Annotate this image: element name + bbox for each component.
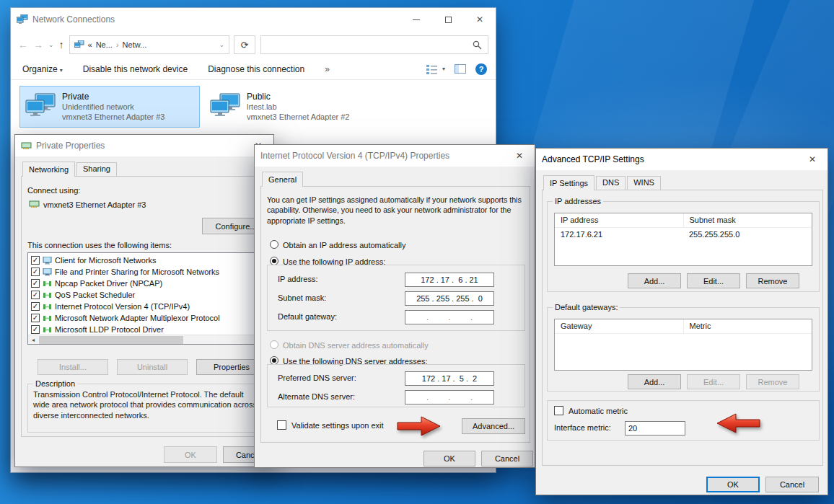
ip-edit-button[interactable]: Edit... bbox=[687, 273, 740, 288]
history-chevron-icon[interactable]: ⌄ bbox=[48, 41, 54, 48]
item-checkbox[interactable]: ✓ bbox=[31, 279, 40, 288]
preferred-dns-field[interactable]: 172 . 17 . 5 . 2 bbox=[405, 371, 494, 386]
list-item[interactable]: ✓ Client for Microsoft Networks bbox=[30, 255, 262, 266]
tab-general[interactable]: General bbox=[262, 172, 303, 187]
gateway-edit-button[interactable]: Edit... bbox=[687, 374, 740, 389]
refresh-button[interactable]: ⟳ bbox=[234, 35, 255, 54]
breadcrumb-separator-icon: › bbox=[116, 40, 119, 49]
obtain-ip-label[interactable]: Obtain an IP address automatically bbox=[283, 241, 405, 249]
close-button[interactable]: ✕ bbox=[797, 149, 828, 170]
organize-menu[interactable]: Organize▾ bbox=[22, 64, 63, 74]
advanced-button[interactable]: Advanced... bbox=[462, 418, 525, 434]
connection-adapter: vmxnet3 Ethernet Adapter #3 bbox=[62, 112, 164, 122]
check-icon: ✓ bbox=[32, 268, 38, 275]
subnet-mask-field[interactable]: 255 . 255 . 255 . 0 bbox=[405, 291, 494, 306]
minimize-button[interactable] bbox=[400, 8, 432, 31]
item-checkbox[interactable]: ✓ bbox=[31, 256, 40, 265]
ip-remove-button[interactable]: Remove bbox=[746, 273, 799, 288]
breadcrumb-collapse-icon[interactable]: « bbox=[88, 40, 92, 49]
tab-ip-settings[interactable]: IP Settings bbox=[543, 175, 594, 190]
forward-button[interactable]: → bbox=[33, 39, 43, 50]
ok-button[interactable]: OK bbox=[423, 451, 475, 467]
automatic-metric-checkbox[interactable] bbox=[554, 406, 563, 415]
preview-pane-icon[interactable] bbox=[455, 64, 466, 74]
dialog-titlebar[interactable]: Private Properties bbox=[15, 135, 273, 156]
back-button[interactable]: ← bbox=[18, 39, 28, 50]
uninstall-button[interactable]: Uninstall bbox=[117, 359, 188, 375]
default-gateway-field[interactable]: . . . bbox=[405, 310, 494, 324]
close-button[interactable]: ✕ bbox=[464, 8, 496, 31]
metric-column[interactable]: Metric bbox=[684, 319, 812, 333]
gateway-add-button[interactable]: Add... bbox=[628, 374, 681, 389]
item-checkbox[interactable]: ✓ bbox=[31, 325, 40, 334]
refresh-icon: ⟳ bbox=[241, 40, 249, 50]
ip-add-button[interactable]: Add... bbox=[628, 273, 681, 288]
dialog-titlebar[interactable]: Internet Protocol Version 4 (TCP/IPv4) P… bbox=[255, 145, 535, 167]
close-button[interactable]: ✕ bbox=[504, 145, 535, 167]
ok-button[interactable]: OK bbox=[706, 477, 760, 492]
view-mode-button[interactable]: ▾ bbox=[426, 64, 445, 74]
list-item[interactable]: ✓ Internet Protocol Version 4 (TCP/IPv4) bbox=[30, 301, 262, 312]
connect-using-label: Connect using: bbox=[27, 186, 80, 195]
toolbar-overflow-icon[interactable]: » bbox=[325, 64, 330, 74]
install-button[interactable]: Install... bbox=[38, 359, 108, 375]
tab-dns[interactable]: DNS bbox=[596, 176, 626, 190]
subnet-mask-column[interactable]: Subnet mask bbox=[684, 213, 812, 227]
list-item[interactable]: ✓ QoS Packet Scheduler bbox=[30, 289, 262, 301]
gateways-listview[interactable]: Gateway Metric bbox=[554, 319, 812, 371]
item-label: Npcap Packet Driver (NPCAP) bbox=[55, 279, 162, 288]
dialog-titlebar[interactable]: Advanced TCP/IP Settings bbox=[536, 149, 828, 170]
protocol-icon bbox=[43, 303, 52, 311]
breadcrumb-current[interactable]: Netw... bbox=[123, 40, 147, 49]
list-item[interactable]: ✓ Microsoft LLDP Protocol Driver bbox=[30, 324, 262, 335]
tab-sharing[interactable]: Sharing bbox=[76, 162, 117, 176]
cancel-button[interactable]: Cancel bbox=[765, 477, 819, 492]
address-dropdown-icon[interactable]: ⌄ bbox=[219, 41, 224, 48]
item-checkbox[interactable]: ✓ bbox=[31, 302, 40, 311]
help-button[interactable]: ? bbox=[475, 63, 487, 75]
alternate-dns-field[interactable]: . . . bbox=[405, 390, 494, 404]
list-item[interactable]: ✓ Npcap Packet Driver (NPCAP) bbox=[30, 278, 262, 289]
up-button[interactable]: ↑ bbox=[59, 39, 64, 50]
validate-label[interactable]: Validate settings upon exit bbox=[291, 421, 384, 430]
ip-addresses-group-label: IP addresses bbox=[553, 197, 603, 205]
obtain-dns-radio[interactable] bbox=[270, 340, 278, 349]
item-checkbox[interactable]: ✓ bbox=[31, 268, 40, 276]
interface-metric-input[interactable]: 20 bbox=[625, 421, 685, 436]
connection-tile-private[interactable]: Private Unidentified network vmxnet3 Eth… bbox=[19, 86, 200, 128]
gateway-remove-button[interactable]: Remove bbox=[746, 374, 799, 389]
automatic-metric-label[interactable]: Automatic metric bbox=[569, 407, 628, 415]
gateway-column[interactable]: Gateway bbox=[555, 319, 684, 333]
address-bar[interactable]: « Ne... › Netw... ⌄ bbox=[69, 35, 229, 54]
item-label: File and Printer Sharing for Microsoft N… bbox=[55, 268, 219, 276]
explorer-titlebar[interactable]: Network Connections ✕ bbox=[11, 8, 496, 31]
item-checkbox[interactable]: ✓ bbox=[31, 314, 40, 322]
tab-wins[interactable]: WINS bbox=[627, 176, 661, 190]
ip-address-column[interactable]: IP address bbox=[555, 213, 684, 227]
check-icon: ✓ bbox=[32, 291, 38, 299]
obtain-ip-radio[interactable] bbox=[270, 240, 278, 249]
connection-tile-public[interactable]: Public lrtest.lab vmxnet3 Ethernet Adapt… bbox=[204, 86, 385, 128]
ip-address-field[interactable]: 172 . 17 . 6 . 21 bbox=[405, 273, 494, 287]
validate-checkbox[interactable] bbox=[277, 420, 286, 430]
item-checkbox[interactable]: ✓ bbox=[31, 291, 40, 299]
disable-device-button[interactable]: Disable this network device bbox=[83, 64, 188, 74]
cancel-button[interactable]: Cancel bbox=[481, 451, 533, 467]
dialog-title: Private Properties bbox=[36, 141, 105, 151]
diagnose-connection-button[interactable]: Diagnose this connection bbox=[208, 64, 304, 74]
list-item[interactable]: ✓ File and Printer Sharing for Microsoft… bbox=[30, 266, 262, 278]
maximize-button[interactable] bbox=[432, 8, 464, 31]
ip-address-row[interactable]: 172.17.6.21 255.255.255.0 bbox=[555, 228, 812, 241]
ip-addresses-listview[interactable]: IP address Subnet mask 172.17.6.21 255.2… bbox=[554, 213, 812, 266]
list-item[interactable]: ✓ Microsoft Network Adapter Multiplexor … bbox=[30, 312, 262, 324]
connection-items-list[interactable]: ✓ Client for Microsoft Networks ✓ File a… bbox=[27, 252, 264, 345]
scrollbar-thumb[interactable] bbox=[39, 336, 183, 344]
connection-name: Private bbox=[62, 92, 164, 102]
horizontal-scrollbar[interactable]: ◄ ► bbox=[28, 335, 263, 344]
breadcrumb-root[interactable]: Ne... bbox=[96, 40, 113, 49]
scroll-left-icon[interactable]: ◄ bbox=[28, 335, 38, 345]
ok-button[interactable]: OK bbox=[164, 446, 217, 463]
organize-caret-icon: ▾ bbox=[60, 67, 63, 74]
search-input[interactable] bbox=[260, 35, 488, 54]
tab-networking[interactable]: Networking bbox=[22, 162, 75, 177]
